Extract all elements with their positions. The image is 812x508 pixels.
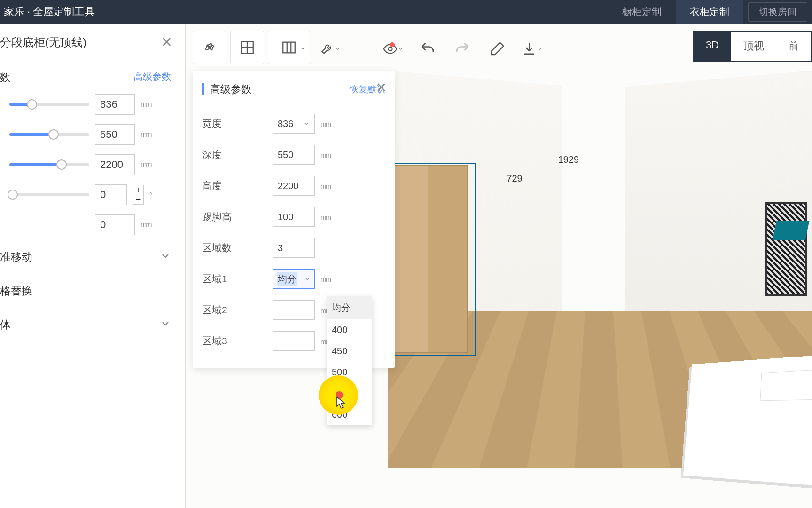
unit-mm: mm (320, 120, 330, 128)
chevron-down-icon (160, 318, 171, 332)
left-panel: 分段底柜(无顶线) × 数 高级参数 mm mm (0, 24, 186, 508)
notification-dot-icon (390, 42, 395, 47)
svg-rect-3 (283, 42, 295, 53)
dimension-729: 729 (465, 186, 564, 186)
tool-columns-dropdown[interactable] (268, 31, 310, 64)
slider-height[interactable] (9, 163, 89, 166)
title-bar-icon (202, 83, 204, 95)
extra-row: mm (0, 210, 185, 240)
input-height[interactable]: 2200 (273, 176, 315, 196)
toolbar (193, 31, 310, 64)
unit-mm: mm (320, 213, 330, 221)
app-title: 家乐 · 全屋定制工具 (4, 5, 608, 19)
params-label: 数 (0, 71, 133, 85)
rotation-input[interactable] (95, 184, 127, 205)
wall-art (765, 202, 807, 296)
tool-fan-icon[interactable] (193, 31, 226, 64)
input-kick[interactable]: 100 (273, 207, 315, 227)
pillow (773, 221, 810, 240)
advanced-params-link[interactable]: 高级参数 (133, 71, 171, 85)
unit-mm: mm (141, 221, 151, 229)
close-icon[interactable]: × (158, 32, 176, 52)
section-move-label: 准移动 (0, 250, 160, 264)
panel-title: 分段底柜(无顶线) (0, 35, 158, 50)
tab-wardrobe[interactable]: 衣柜定制 (676, 0, 743, 24)
redo-button[interactable] (452, 39, 473, 59)
bed (683, 354, 812, 487)
download-dropdown[interactable] (522, 39, 542, 59)
dd-item-400[interactable]: 400 (327, 319, 372, 341)
3d-scene[interactable]: 0 1929 729 (388, 71, 812, 508)
slider-rotation[interactable] (9, 193, 89, 196)
view-top[interactable]: 顶视 (731, 32, 776, 61)
canvas-area[interactable]: 3D 顶视 前 × 高级参数 恢复默认 宽度 836 mm 深度 550 mm (186, 24, 812, 508)
dd-item-450[interactable]: 450 (327, 341, 372, 362)
input-zone2[interactable] (273, 300, 315, 320)
unit-mm: mm (320, 275, 330, 283)
slider-height-row: mm (0, 150, 185, 180)
eraser-button[interactable] (487, 39, 508, 59)
label-depth: 深度 (202, 148, 273, 161)
label-zones: 区域数 (202, 241, 273, 254)
label-kick: 踢脚高 (202, 210, 273, 223)
unit-mm: mm (141, 160, 151, 169)
select-zone1[interactable]: 均分 (273, 269, 315, 289)
tool-grid-icon[interactable] (230, 31, 264, 64)
cursor-icon (336, 396, 346, 409)
unit-mm: mm (320, 151, 330, 159)
svg-point-6 (388, 47, 392, 51)
rotation-stepper[interactable]: +− (133, 185, 144, 205)
dd-item-equal[interactable]: 均分 (327, 296, 372, 319)
view-3d[interactable]: 3D (694, 32, 731, 61)
label-zone1: 区域1 (202, 272, 273, 286)
unit-mm: mm (141, 130, 151, 139)
unit-mm: mm (320, 182, 330, 190)
section-body-label: 体 (0, 318, 160, 332)
input-zone3[interactable] (273, 331, 315, 351)
view-front[interactable]: 前 (776, 32, 811, 61)
app-header: 家乐 · 全屋定制工具 橱柜定制 衣柜定制 切换房间 (0, 0, 812, 24)
input-depth[interactable]: 550 (273, 145, 315, 165)
chevron-down-icon (160, 250, 171, 264)
zone1-dropdown: 均分 400 450 500 550 600 (327, 296, 372, 425)
slider-width[interactable] (9, 103, 89, 106)
tool-wrench-dropdown[interactable] (320, 39, 340, 59)
close-icon[interactable]: × (376, 78, 386, 97)
header-tabs: 橱柜定制 衣柜定制 (608, 0, 743, 24)
slider-depth-row: mm (0, 119, 185, 150)
extra-input[interactable] (95, 214, 135, 235)
tab-cabinet[interactable]: 橱柜定制 (608, 0, 676, 24)
section-style-label: 格替换 (0, 284, 171, 298)
label-width: 宽度 (202, 117, 273, 130)
label-height: 高度 (202, 179, 273, 192)
switch-room-button[interactable]: 切换房间 (748, 2, 807, 22)
view-tabs: 3D 顶视 前 (693, 31, 812, 62)
dimension-1929: 1929 (465, 167, 672, 167)
slider-width-row: mm (0, 89, 185, 119)
dd-item-500[interactable]: 500 (327, 362, 372, 383)
dd-item-550[interactable]: 550 (327, 383, 372, 404)
depth-input[interactable] (95, 124, 135, 145)
adv-title: 高级参数 (210, 82, 350, 96)
input-width[interactable]: 836 (273, 114, 315, 134)
undo-button[interactable] (417, 39, 438, 59)
input-zones[interactable]: 3 (273, 238, 315, 258)
section-body[interactable]: 体 (0, 308, 185, 341)
section-move[interactable]: 准移动 (0, 240, 185, 274)
advanced-panel: × 高级参数 恢复默认 宽度 836 mm 深度 550 mm 高度 2200 … (193, 71, 395, 368)
selection-box (389, 163, 476, 356)
rotation-row: +− ° (0, 180, 185, 210)
label-zone2: 区域2 (202, 303, 273, 317)
width-input[interactable] (95, 94, 135, 115)
label-zone3: 区域3 (202, 334, 273, 348)
section-style[interactable]: 格替换 (0, 274, 185, 308)
tool-eye-dropdown[interactable] (383, 39, 403, 59)
height-input[interactable] (95, 154, 135, 175)
slider-depth[interactable] (9, 133, 89, 136)
dd-item-600[interactable]: 600 (327, 404, 372, 425)
unit-mm: mm (141, 100, 151, 109)
degree-symbol: ° (149, 191, 152, 198)
